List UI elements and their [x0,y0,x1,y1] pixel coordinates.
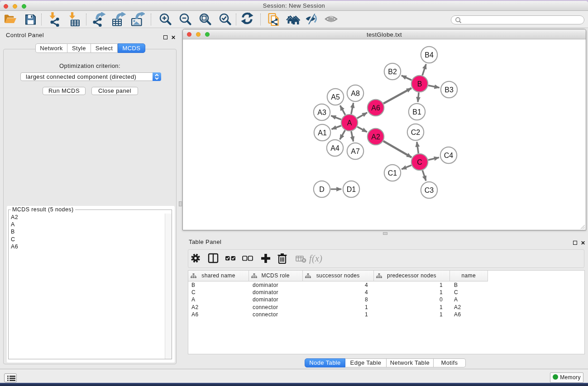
svg-text:C1: C1 [388,169,397,177]
svg-text:A2: A2 [371,133,380,141]
svg-text:B1: B1 [412,108,421,116]
svg-text:A7: A7 [351,148,360,155]
svg-text:B3: B3 [445,86,454,94]
svg-text:B2: B2 [388,68,397,76]
svg-text:A5: A5 [331,93,340,101]
svg-text:B4: B4 [425,51,434,59]
svg-text:A8: A8 [351,90,360,97]
svg-text:B: B [417,80,422,88]
svg-text:A3: A3 [317,109,326,116]
svg-text:C4: C4 [444,152,454,159]
svg-text:C: C [417,158,422,166]
svg-text:f(x): f(x) [309,253,322,264]
svg-text:D1: D1 [347,186,356,193]
svg-text:C2: C2 [411,129,421,136]
svg-text:A1: A1 [318,129,327,137]
svg-text:C3: C3 [425,186,434,194]
svg-text:A: A [347,119,352,127]
svg-text:D: D [319,186,325,193]
svg-text:A4: A4 [330,144,339,152]
svg-text:A6: A6 [371,104,380,112]
